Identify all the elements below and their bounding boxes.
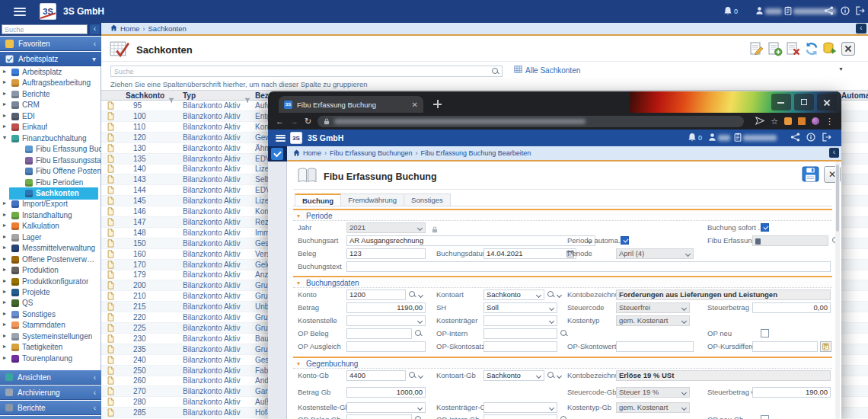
accordion-berichte[interactable]: Berichte‹ <box>0 401 101 415</box>
sidebar-item-kalkulation[interactable]: ▸Kalkulation <box>0 221 101 232</box>
tree-expander-icon[interactable]: ▸ <box>3 68 6 75</box>
notifications-button[interactable]: 0 <box>723 6 738 18</box>
sidebar-item-fibu-offene-posten[interactable]: Fibu Offene Posten <box>0 166 101 178</box>
lookup-search-icon[interactable] <box>407 289 418 300</box>
sidebar-item-produktion[interactable]: ▸Produktion <box>0 265 101 277</box>
home-icon[interactable] <box>110 24 117 33</box>
input-op_beleg[interactable] <box>346 328 412 339</box>
tree-expander-icon[interactable]: ▾ <box>3 134 6 141</box>
column-header-typ[interactable]: Typ <box>183 91 196 100</box>
lookup-search-icon[interactable] <box>559 414 570 419</box>
notifications-button[interactable]: 0 <box>688 133 702 144</box>
tree-expander-icon[interactable]: ▸ <box>3 244 6 251</box>
lookup-caret-icon[interactable] <box>557 370 563 381</box>
add-record-button[interactable] <box>767 41 783 56</box>
sidebar-item-berichte[interactable]: ▸Berichte <box>0 89 101 101</box>
tab-buchung[interactable]: Buchung <box>295 194 341 206</box>
tree-expander-icon[interactable]: ▸ <box>3 78 6 85</box>
input-betrag_gb[interactable]: 1000,00 <box>346 387 426 398</box>
dropdown-kostenstelle[interactable] <box>346 315 426 326</box>
tree-expander-icon[interactable]: ▸ <box>3 90 6 97</box>
column-header-automat[interactable]: Automat <box>841 91 868 100</box>
breadcrumb-item[interactable]: Home <box>303 149 321 157</box>
tree-expander-icon[interactable]: ▸ <box>3 277 6 284</box>
tree-expander-icon[interactable]: ▸ <box>3 112 6 119</box>
sidebar-item-messmittelverwaltung[interactable]: ▸Messmittelverwaltung <box>0 243 101 254</box>
dropdown-jahr[interactable]: 2021 <box>346 222 426 233</box>
tree-expander-icon[interactable]: ▸ <box>3 343 6 350</box>
profile-avatar[interactable] <box>812 117 819 125</box>
dropdown-buchungsart[interactable]: AR Ausgangsrechnung <box>346 235 595 246</box>
sidebar-item-import-export[interactable]: ▸Import/Export <box>0 199 101 210</box>
sidebar-item-fibu-erfassungsstapel[interactable]: Fibu Erfassungsstapel <box>0 155 101 167</box>
column-menu-button[interactable]: ▼ <box>838 66 844 72</box>
checkbox-op_neu[interactable] <box>761 329 769 337</box>
section-periode[interactable]: ▾ Periode <box>293 209 832 221</box>
currency-calc-button[interactable] <box>820 341 831 352</box>
input-fibu_erfassung[interactable] <box>752 235 828 246</box>
dropdown-periode[interactable]: April (4) <box>616 248 694 259</box>
input-op_intern[interactable] <box>483 328 557 339</box>
sidebar-item-systemeinstellungen[interactable]: ▸Systemeinstellungen <box>0 331 101 343</box>
section-gegenbuchung[interactable]: ▾ Gegenbuchung <box>293 357 832 369</box>
window-close-button[interactable] <box>817 94 837 110</box>
input-betrag[interactable]: 1190,00 <box>346 302 426 313</box>
accordion-archivierung[interactable]: Archivierung‹ <box>0 385 101 400</box>
tab-sonstiges[interactable]: Sonstiges <box>404 194 451 206</box>
list-search-input[interactable] <box>110 66 503 77</box>
collapse-panel-button[interactable]: ‹ <box>856 24 866 34</box>
column-header-sachkonto[interactable]: Sachkonto <box>126 91 164 100</box>
share-page-icon[interactable] <box>755 114 764 128</box>
input-buchungstext[interactable] <box>346 261 831 272</box>
tree-expander-icon[interactable]: ▸ <box>3 321 6 328</box>
sidebar-item-sonstiges[interactable]: ▸Sonstiges <box>0 309 101 321</box>
sidebar-item-finanzbuchhaltung[interactable]: ▾Finanzbuchhaltung <box>0 133 101 145</box>
input-kontobezeichnung[interactable]: Forderungen aus Lieferungen und Leistung… <box>616 289 831 300</box>
sidebar-item-stammdaten[interactable]: ▸Stammdaten <box>0 320 101 331</box>
company-button[interactable] <box>734 133 777 143</box>
dropdown-sh[interactable]: Soll <box>483 302 557 313</box>
sidebar-item-sachkonten[interactable]: Sachkonten <box>0 188 101 200</box>
form-scrollbar[interactable] <box>835 162 840 419</box>
dropdown-steuercode_gb[interactable]: Steuer 19 % <box>616 387 690 398</box>
accordion-ansichten[interactable]: Ansichten‹ <box>0 370 101 385</box>
sidebar-item-lager[interactable]: ▸Lager <box>0 232 101 244</box>
checkbox-op_neu_gb[interactable] <box>761 415 769 419</box>
breadcrumb-item[interactable]: Home <box>120 24 139 33</box>
tree-expander-icon[interactable]: ▸ <box>3 299 6 305</box>
sidebar-item-taetigkeiten[interactable]: ▸Taetigkeiten <box>0 342 101 353</box>
accordion-arbeitsplatz[interactable]: Arbeitsplatz ▾ <box>0 52 101 66</box>
lookup-caret-icon[interactable] <box>557 289 563 300</box>
lookup-search-icon[interactable] <box>413 414 424 419</box>
browser-menu-icon[interactable]: ⋮ <box>825 117 834 126</box>
checkbox-periode_automatisch[interactable] <box>621 236 629 245</box>
dropdown-kostentyp_gb[interactable]: gem. Kostenart <box>616 402 690 413</box>
sidebar-item-instandhaltung[interactable]: ▸Instandhaltung <box>0 210 101 222</box>
tree-expander-icon[interactable]: ▸ <box>3 288 6 295</box>
input-op_intern_gb[interactable] <box>483 414 557 419</box>
delete-record-button[interactable] <box>786 41 801 56</box>
user-button[interactable] <box>755 6 782 17</box>
lookup-caret-icon[interactable] <box>418 289 425 300</box>
input-buchungsdatum[interactable]: 14.04.2021 <box>483 248 576 259</box>
breadcrumb-item[interactable]: Fibu Erfassung Buchungen <box>330 149 413 157</box>
lookup-search-icon[interactable] <box>546 289 557 300</box>
input-konto_gb[interactable]: 4400 <box>346 370 406 381</box>
sidebar-item-edi[interactable]: ▸EDI <box>0 111 101 123</box>
dropdown-kostentraeger[interactable] <box>483 315 557 326</box>
input-op_ausgleich[interactable] <box>346 341 426 352</box>
info-button[interactable] <box>806 133 815 143</box>
breadcrumb-item[interactable]: Sachkonten <box>148 24 187 33</box>
sidebar-search-input[interactable] <box>2 24 88 34</box>
browser-tab[interactable]: 3S Fibu Erfassung Buchung ✕ <box>279 96 423 113</box>
browser-reload-button[interactable]: ↻ <box>305 117 311 126</box>
dropdown-kostentyp[interactable]: gem. Kostenart <box>616 315 690 326</box>
accordion-daten-browser[interactable]: Daten-Browser‹ <box>0 416 101 419</box>
tree-expander-icon[interactable]: ▸ <box>3 255 6 262</box>
bookmark-star-icon[interactable]: ☆ <box>771 117 778 126</box>
workspace-icon[interactable] <box>271 148 283 160</box>
sidebar-item-fibu-erfassung-buchungen[interactable]: Fibu Erfassung Buchungen <box>0 144 101 155</box>
logout-button[interactable] <box>855 6 865 17</box>
lookup-search-icon[interactable] <box>407 370 418 381</box>
input-steuerbetrag[interactable]: 0,00 <box>752 302 831 313</box>
